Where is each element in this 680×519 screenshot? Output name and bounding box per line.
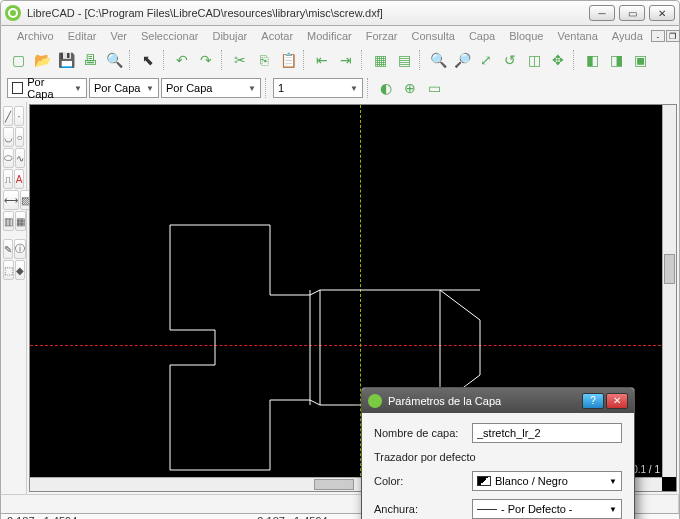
vtool-arc[interactable]: ◡ — [3, 127, 14, 147]
window-titlebar: LibreCAD - [C:\Program Files\LibreCAD\re… — [0, 0, 680, 26]
separator — [573, 50, 577, 70]
undo-button[interactable]: ↶ — [171, 49, 193, 71]
dialog-title: Parámetros de la Capa — [388, 395, 580, 407]
menu-bloque[interactable]: Bloque — [503, 28, 549, 44]
zoom-pan-button[interactable]: ✥ — [547, 49, 569, 71]
vtool-text[interactable]: A — [14, 169, 24, 189]
center-button[interactable]: ⊕ — [399, 77, 421, 99]
tool-b-button[interactable]: ◨ — [605, 49, 627, 71]
app-logo-icon — [5, 5, 21, 21]
line-swatch-icon — [477, 509, 497, 510]
fit-button[interactable]: ▭ — [423, 77, 445, 99]
toolbar-file: ▢ 📂 💾 🖶 🔍 ⬉ ↶ ↷ ✂ ⎘ 📋 ⇤ ⇥ ▦ ▤ 🔍 🔎 ⤢ ↺ ◫ … — [0, 46, 680, 74]
color-combo[interactable]: Por Capa ▼ — [7, 78, 87, 98]
dialog-close-button[interactable]: ✕ — [606, 393, 628, 409]
draft-button[interactable]: ▤ — [393, 49, 415, 71]
color-select[interactable]: Blanco / Negro ▼ — [472, 471, 622, 491]
separator — [265, 78, 269, 98]
separator — [361, 50, 365, 70]
width-label: Anchura: — [374, 503, 464, 515]
copy-button[interactable]: ⎘ — [253, 49, 275, 71]
vtool-modify[interactable]: ✎ — [3, 239, 13, 259]
linetype-value: Por Capa — [166, 82, 212, 94]
separator — [419, 50, 423, 70]
vtool-snap[interactable]: ◆ — [15, 260, 25, 280]
separator — [163, 50, 167, 70]
scale-combo[interactable]: 1 ▼ — [273, 78, 363, 98]
vtool-info[interactable]: ⓘ — [14, 239, 26, 259]
default-pen-section: Trazador por defecto — [374, 451, 622, 463]
menu-ventana[interactable]: Ventana — [551, 28, 603, 44]
bw-swatch-icon — [477, 476, 491, 486]
layer-name-input[interactable] — [472, 423, 622, 443]
menu-consulta[interactable]: Consulta — [406, 28, 461, 44]
width-combo[interactable]: Por Capa ▼ — [89, 78, 159, 98]
menu-forzar[interactable]: Forzar — [360, 28, 404, 44]
redo-button[interactable]: ↷ — [195, 49, 217, 71]
pointer-button[interactable]: ⬉ — [137, 49, 159, 71]
mdi-restore-button[interactable]: ❐ — [666, 30, 680, 42]
menu-acotar[interactable]: Acotar — [255, 28, 299, 44]
zoom-in-button[interactable]: 🔍 — [427, 49, 449, 71]
dialog-help-button[interactable]: ? — [582, 393, 604, 409]
window-title: LibreCAD - [C:\Program Files\LibreCAD\re… — [27, 7, 589, 19]
zoom-prev-button[interactable]: ⇤ — [311, 49, 333, 71]
vertical-scrollbar[interactable] — [662, 105, 676, 477]
separator — [303, 50, 307, 70]
grid-button[interactable]: ▦ — [369, 49, 391, 71]
tool-c-button[interactable]: ▣ — [629, 49, 651, 71]
zoom-window-button[interactable]: ◫ — [523, 49, 545, 71]
close-button[interactable]: ✕ — [649, 5, 675, 21]
color-value: Por Capa — [27, 76, 70, 100]
vtool-image[interactable]: ▥ — [3, 211, 14, 231]
menu-archivo[interactable]: Archivo — [11, 28, 60, 44]
maximize-button[interactable]: ▭ — [619, 5, 645, 21]
tool-a-button[interactable]: ◧ — [581, 49, 603, 71]
scale-value: 1 — [278, 82, 284, 94]
menu-capa[interactable]: Capa — [463, 28, 501, 44]
menu-seleccionar[interactable]: Seleccionar — [135, 28, 204, 44]
layer-params-dialog: Parámetros de la Capa ? ✕ Nombre de capa… — [361, 387, 635, 519]
vtool-ellipse[interactable]: ⬭ — [3, 148, 14, 168]
main-area: ╱· ◡○ ⬭∿ ⎍A ⟷▨ ▥▦ ✎ⓘ ⬚◆ 0.1 / 1 — [0, 102, 680, 494]
cut-button[interactable]: ✂ — [229, 49, 251, 71]
vtool-select[interactable]: ⬚ — [3, 260, 14, 280]
menu-modificar[interactable]: Modificar — [301, 28, 358, 44]
toolbar-layer: Por Capa ▼ Por Capa ▼ Por Capa ▼ 1 ▼ ◐ ⊕… — [0, 74, 680, 102]
separator — [129, 50, 133, 70]
zoom-out-button[interactable]: 🔎 — [451, 49, 473, 71]
dialog-titlebar[interactable]: Parámetros de la Capa ? ✕ — [362, 388, 634, 413]
width-select[interactable]: - Por Defecto - ▼ — [472, 499, 622, 519]
vtool-polyline[interactable]: ⎍ — [3, 169, 13, 189]
linetype-combo[interactable]: Por Capa ▼ — [161, 78, 261, 98]
separator — [221, 50, 225, 70]
paste-button[interactable]: 📋 — [277, 49, 299, 71]
vtool-spline[interactable]: ∿ — [15, 148, 25, 168]
vtool-line[interactable]: ╱ — [3, 106, 13, 126]
new-button[interactable]: ▢ — [7, 49, 29, 71]
menu-ver[interactable]: Ver — [104, 28, 133, 44]
width-value: Por Capa — [94, 82, 140, 94]
mdi-minimize-button[interactable]: - — [651, 30, 665, 42]
dialog-logo-icon — [368, 394, 382, 408]
layer-name-label: Nombre de capa: — [374, 427, 464, 439]
menu-ayuda[interactable]: Ayuda — [606, 28, 649, 44]
vtool-point[interactable]: · — [14, 106, 24, 126]
vtool-dim[interactable]: ⟷ — [3, 190, 19, 210]
minimize-button[interactable]: ─ — [589, 5, 615, 21]
open-button[interactable]: 📂 — [31, 49, 53, 71]
zoom-next-button[interactable]: ⇥ — [335, 49, 357, 71]
left-toolbar: ╱· ◡○ ⬭∿ ⎍A ⟷▨ ▥▦ ✎ⓘ ⬚◆ — [1, 102, 27, 494]
color-select-value: Blanco / Negro — [495, 475, 568, 487]
zoom-prev2-button[interactable]: ↺ — [499, 49, 521, 71]
menu-dibujar[interactable]: Dibujar — [206, 28, 253, 44]
vtool-block[interactable]: ▦ — [15, 211, 26, 231]
save-button[interactable]: 💾 — [55, 49, 77, 71]
print-preview-button[interactable]: 🔍 — [103, 49, 125, 71]
vtool-circle[interactable]: ○ — [15, 127, 24, 147]
bw-button[interactable]: ◐ — [375, 77, 397, 99]
zoom-auto-button[interactable]: ⤢ — [475, 49, 497, 71]
print-button[interactable]: 🖶 — [79, 49, 101, 71]
menu-editar[interactable]: Editar — [62, 28, 103, 44]
menu-bar: Archivo Editar Ver Seleccionar Dibujar A… — [0, 26, 680, 46]
